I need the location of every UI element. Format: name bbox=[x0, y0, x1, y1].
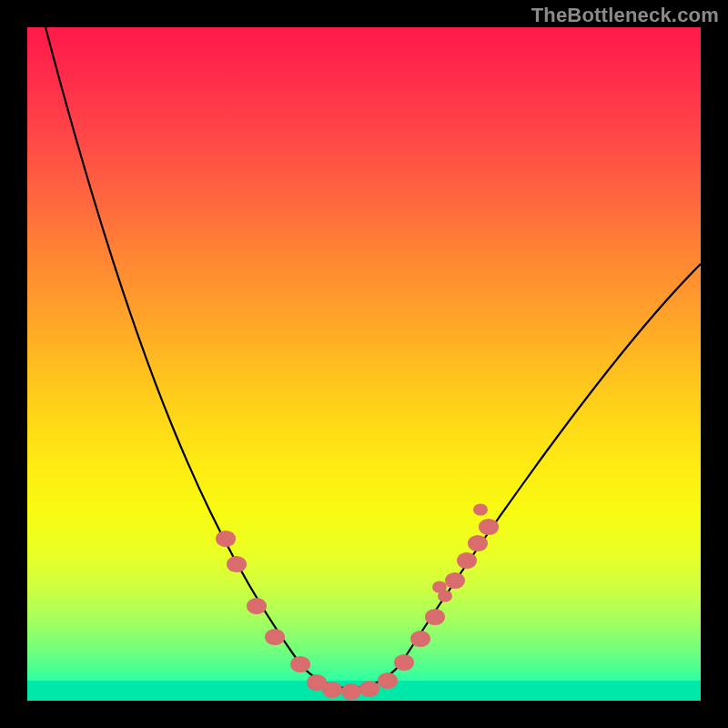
curve-dot bbox=[265, 629, 285, 645]
curve-dot bbox=[473, 503, 488, 515]
curve-dot bbox=[216, 531, 236, 547]
curve-dot bbox=[247, 598, 267, 614]
curve-dot bbox=[479, 519, 499, 535]
bottleneck-curve-line bbox=[46, 27, 701, 688]
curve-dots-group bbox=[216, 503, 499, 700]
curve-dot bbox=[359, 681, 379, 697]
curve-dot bbox=[410, 631, 430, 647]
curve-dot bbox=[425, 609, 445, 625]
curve-dot bbox=[290, 656, 310, 672]
curve-dot bbox=[438, 590, 452, 602]
curve-dot bbox=[457, 552, 477, 569]
curve-dot bbox=[468, 535, 488, 551]
curve-dot bbox=[227, 556, 247, 572]
curve-dot bbox=[445, 572, 465, 589]
chart-container: TheBottleneck.com bbox=[0, 0, 728, 728]
curve-dot bbox=[378, 672, 398, 689]
watermark-text: TheBottleneck.com bbox=[531, 4, 719, 27]
bottleneck-curve-svg bbox=[27, 27, 701, 701]
curve-dot bbox=[322, 682, 342, 698]
curve-dot bbox=[341, 683, 361, 700]
curve-dot bbox=[394, 654, 414, 671]
